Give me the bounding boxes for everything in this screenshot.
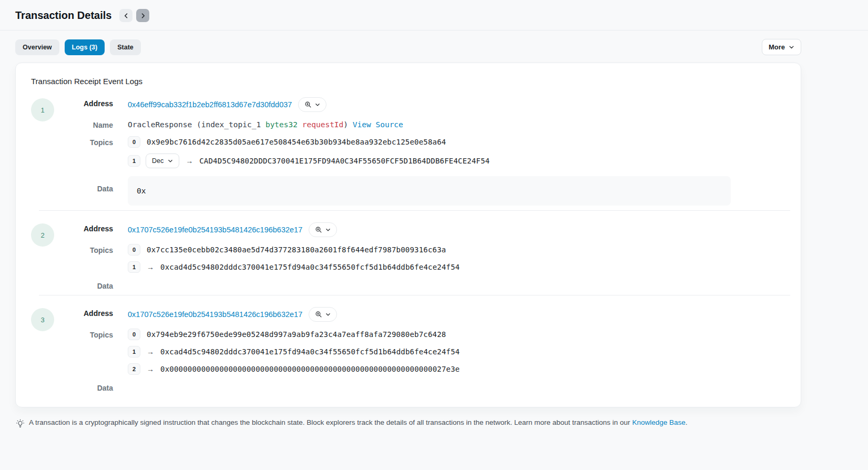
address-link[interactable]: 0x1707c526e19fe0b254193b5481426c196b632e… — [128, 226, 302, 234]
arrow-right-icon: → — [186, 157, 193, 165]
chevron-left-icon — [123, 13, 129, 19]
data-label: Data — [66, 382, 113, 392]
tab-overview[interactable]: Overview — [15, 39, 59, 55]
chevron-right-icon — [140, 13, 146, 19]
topic-row: 2 → 0x0000000000000000000000000000000000… — [128, 363, 790, 375]
footer-text: A transaction is a cryptographically sig… — [29, 418, 687, 426]
log-entry-1: 1 Address 0x46eff99cab332f1b2eb2ff6813d6… — [28, 97, 790, 206]
arrow-right-icon: → — [147, 348, 154, 356]
event-param-name: requestId — [302, 120, 344, 129]
topic-index-badge: 0 — [128, 244, 140, 256]
topic-index-badge: 0 — [128, 329, 140, 340]
zoom-in-icon — [304, 101, 312, 108]
topic-value: 0x00000000000000000000000000000000000000… — [160, 365, 460, 373]
event-param-type: bytes32 — [265, 120, 298, 129]
previous-transaction-button[interactable] — [119, 9, 132, 22]
chevron-down-icon — [325, 227, 331, 232]
topics-label: Topics — [66, 329, 113, 339]
log-index-badge: 2 — [31, 223, 54, 247]
chevron-down-icon — [168, 158, 173, 164]
card-title: Transaction Receipt Event Logs — [31, 77, 790, 86]
data-row: Data 0x — [66, 175, 790, 206]
more-dropdown-button[interactable]: More — [762, 39, 801, 55]
topic-value: 0x794eb9e29f6750ede99e05248d997a9ab9fa23… — [147, 330, 446, 339]
topics-label: Topics — [66, 136, 113, 147]
address-row: Address 0x1707c526e19fe0b254193b5481426c… — [66, 307, 790, 322]
topic-row: 0 0x7cc135e0cebb02c3480ae5d74d377283180a… — [128, 244, 790, 256]
topic-value: 0x9e9bc7616d42c2835d05ae617e508454e63b30… — [147, 138, 446, 146]
log-entry-2: 2 Address 0x1707c526e19fe0b254193b548142… — [28, 222, 790, 290]
topic-row: 0 0x9e9bc7616d42c2835d05ae617e508454e63b… — [128, 136, 790, 148]
address-label: Address — [66, 222, 113, 233]
topic-index-badge: 1 — [128, 261, 140, 273]
tab-state[interactable]: State — [110, 39, 141, 55]
event-logs-card: Transaction Receipt Event Logs 1 Address… — [15, 63, 801, 407]
topic-value: CAD4D5C94802DDDC370041E175FD94A0C34F5565… — [199, 157, 489, 165]
knowledge-base-link[interactable]: Knowledge Base — [632, 418, 685, 426]
topic-value: 0xcad4d5c94802dddc370041e175fd94a0c34f55… — [160, 348, 460, 356]
lightbulb-icon — [16, 418, 25, 428]
address-zoom-dropdown-button[interactable] — [309, 222, 337, 237]
page-footer: A transaction is a cryptographically sig… — [16, 418, 801, 428]
address-link[interactable]: 0x1707c526e19fe0b254193b5481426c196b632e… — [128, 310, 302, 319]
event-signature-prefix: OracleResponse (index_topic_1 — [128, 120, 265, 129]
chevron-down-icon — [789, 44, 794, 50]
decode-mode-label: Dec — [152, 157, 164, 165]
tab-logs[interactable]: Logs (3) — [65, 39, 105, 55]
log-divider — [39, 210, 790, 211]
topic-row: 1 → 0xcad4d5c94802dddc370041e175fd94a0c3… — [128, 346, 790, 357]
topics-row: Topics 0 0x794eb9e29f6750ede99e05248d997… — [66, 329, 790, 375]
topic-index-badge: 2 — [128, 363, 140, 375]
log-index-badge: 3 — [31, 308, 54, 331]
log-entry-3: 3 Address 0x1707c526e19fe0b254193b548142… — [28, 307, 790, 392]
event-signature: OracleResponse (index_topic_1 bytes32 re… — [128, 119, 790, 129]
topic-index-badge: 0 — [128, 136, 140, 148]
footer-description: A transaction is a cryptographically sig… — [29, 418, 632, 426]
chevron-down-icon — [325, 312, 331, 317]
topics-row: Topics 0 0x9e9bc7616d42c2835d05ae617e508… — [66, 136, 790, 168]
address-row: Address 0x46eff99cab332f1b2eb2ff6813d67e… — [66, 97, 790, 112]
data-label: Data — [66, 280, 113, 290]
topic-decode-select[interactable]: Dec — [146, 154, 179, 168]
address-zoom-dropdown-button[interactable] — [309, 307, 337, 322]
page-header: Transaction Details — [0, 0, 868, 30]
address-row: Address 0x1707c526e19fe0b254193b5481426c… — [66, 222, 790, 237]
topic-value: 0xcad4d5c94802dddc370041e175fd94a0c34f55… — [160, 263, 460, 271]
main-container: Overview Logs (3) State More Transaction… — [15, 39, 801, 428]
event-signature-space — [298, 120, 302, 129]
topic-row: 1 → 0xcad4d5c94802dddc370041e175fd94a0c3… — [128, 261, 790, 273]
next-transaction-button[interactable] — [136, 9, 149, 22]
more-label: More — [769, 43, 785, 51]
topic-row: 1 Dec → CAD4D5C94802DDDC370041E175FD94A0… — [128, 154, 790, 168]
data-row: Data — [66, 382, 790, 392]
tabs-row: Overview Logs (3) State More — [15, 39, 801, 55]
topics-row: Topics 0 0x7cc135e0cebb02c3480ae5d74d377… — [66, 244, 790, 273]
topic-row: 0 0x794eb9e29f6750ede99e05248d997a9ab9fa… — [128, 329, 790, 340]
log-divider — [39, 295, 790, 295]
log-data-value: 0x — [128, 176, 731, 206]
arrow-right-icon: → — [147, 263, 154, 271]
topic-value: 0x7cc135e0cebb02c3480ae5d74d377283180a26… — [147, 246, 446, 254]
zoom-in-icon — [315, 311, 322, 318]
name-label: Name — [66, 119, 113, 129]
data-row: Data — [66, 280, 790, 290]
footer-period: . — [686, 418, 688, 426]
address-label: Address — [66, 97, 113, 108]
topics-label: Topics — [66, 244, 113, 254]
address-link[interactable]: 0x46eff99cab332f1b2eb2ff6813d67e7d30fdd0… — [128, 100, 292, 109]
topic-index-badge: 1 — [128, 346, 140, 357]
address-label: Address — [66, 307, 113, 318]
name-row: Name OracleResponse (index_topic_1 bytes… — [66, 119, 790, 129]
view-source-link[interactable]: View Source — [353, 120, 403, 129]
chevron-down-icon — [315, 102, 320, 107]
event-signature-suffix: ) — [343, 120, 352, 129]
log-index-badge: 1 — [31, 98, 54, 121]
arrow-right-icon: → — [147, 365, 154, 373]
page-title: Transaction Details — [15, 9, 111, 22]
topic-index-badge: 1 — [128, 155, 140, 167]
zoom-in-icon — [315, 226, 322, 233]
data-label: Data — [66, 175, 113, 193]
address-zoom-dropdown-button[interactable] — [298, 97, 326, 112]
